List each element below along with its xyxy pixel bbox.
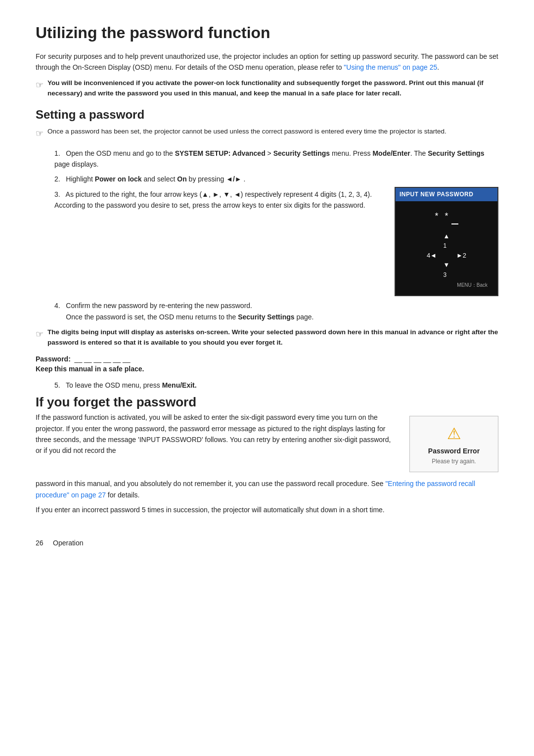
arrow-down-label: ▼3 xyxy=(444,260,450,279)
footer-section: Operation xyxy=(53,539,83,547)
arrow-right-label: ►2 xyxy=(456,251,466,261)
step-2-number: 2. xyxy=(54,175,60,183)
password-asterisks: * * xyxy=(435,209,458,224)
arrow-left-label: 4◄ xyxy=(427,251,437,261)
menu-back-label: MENU：Back xyxy=(402,279,490,290)
step-5-list: 5. To leave the OSD menu, press Menu/Exi… xyxy=(54,380,498,391)
page-title: Utilizing the password function xyxy=(36,24,498,42)
page-footer: 26 Operation xyxy=(36,539,498,547)
section-setting-password: Setting a password xyxy=(36,108,498,122)
intro-paragraph: For security purposes and to help preven… xyxy=(36,51,498,73)
password-blanks: __ __ __ __ __ __ xyxy=(75,355,131,363)
password-screen-header: INPUT NEW PASSWORD xyxy=(396,188,497,201)
step-4: 4. Confirm the new password by re-enteri… xyxy=(54,300,498,322)
forget-text-1: If the password function is activated, y… xyxy=(36,413,391,454)
section-forget-password: If you forget the password xyxy=(36,395,498,410)
note-password-set: ☞ Once a password has been set, the proj… xyxy=(36,127,498,141)
forget-text: If the password function is activated, y… xyxy=(36,412,396,472)
password-label: Password: xyxy=(36,355,71,363)
step-3-number: 3. xyxy=(54,190,60,198)
password-screen-body: * * ▲1 4◄ ►2 ▼3 MENU：Back xyxy=(396,201,497,295)
note-icon-3: ☞ xyxy=(36,328,44,342)
step-1: 1. Open the OSD menu and go to the SYSTE… xyxy=(54,148,498,170)
forget-text-2: password in this manual, and you absolut… xyxy=(36,480,385,488)
error-subtitle: Please try again. xyxy=(432,458,476,465)
note-powerlock: ☞ You will be inconvenienced if you acti… xyxy=(36,78,498,99)
step-4-number: 4. xyxy=(54,302,60,310)
steps-list: 1. Open the OSD menu and go to the SYSTE… xyxy=(54,148,498,322)
password-screen: INPUT NEW PASSWORD * * ▲1 4◄ ►2 ▼3 MENU：… xyxy=(395,187,498,296)
error-box: ⚠ Password Error Please try again. xyxy=(409,416,498,472)
arrow-middle-row: 4◄ ►2 xyxy=(427,251,466,261)
arrow-diagram: ▲1 4◄ ►2 ▼3 xyxy=(427,231,466,280)
password-label-row: Password: __ __ __ __ __ __ xyxy=(36,355,498,363)
warning-icon: ⚠ xyxy=(447,424,461,443)
page-number: 26 xyxy=(36,539,44,547)
using-menus-link[interactable]: "Using the menus" on page 25 xyxy=(344,63,437,71)
step-3: 3. As pictured to the right, the four ar… xyxy=(54,189,498,296)
forget-text-4: If you enter an incorrect password 5 tim… xyxy=(36,504,498,515)
note-asterisks-text: The digits being input will display as a… xyxy=(47,327,498,348)
step-5: 5. To leave the OSD menu, press Menu/Exi… xyxy=(54,380,498,391)
forget-section: If the password function is activated, y… xyxy=(36,412,498,472)
forget-text-3: for details. xyxy=(106,491,139,499)
forget-continue-text: password in this manual, and you absolut… xyxy=(36,478,498,500)
step-1-number: 1. xyxy=(54,149,60,157)
note-asterisks: ☞ The digits being input will display as… xyxy=(36,327,498,348)
note-password-set-text: Once a password has been set, the projec… xyxy=(47,127,446,137)
note-icon-2: ☞ xyxy=(36,127,44,141)
step-5-number: 5. xyxy=(54,381,60,389)
error-title: Password Error xyxy=(428,447,480,455)
note-powerlock-text: You will be inconvenienced if you activa… xyxy=(47,78,498,99)
keep-manual-text: Keep this manual in a safe place. xyxy=(36,365,498,373)
note-icon-1: ☞ xyxy=(36,79,44,92)
arrow-up-label: ▲1 xyxy=(444,231,450,251)
step-3-text: 3. As pictured to the right, the four ar… xyxy=(54,189,383,211)
step-2: 2. Highlight Power on lock and select On… xyxy=(54,174,498,184)
